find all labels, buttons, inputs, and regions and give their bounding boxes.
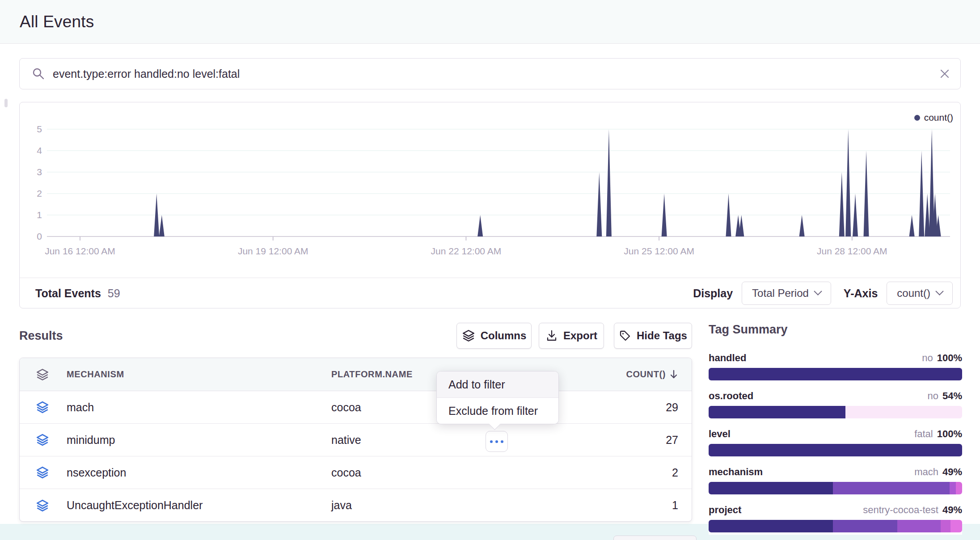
tag-entry-os.rooted: os.rootedno54%	[709, 390, 962, 418]
column-header-platform[interactable]: PLATFORM.NAME	[331, 369, 413, 380]
column-layers-icon	[36, 368, 67, 381]
display-period-select[interactable]: Total Period	[742, 282, 831, 305]
y-axis-tick-label: 1	[37, 210, 42, 220]
layers-icon	[462, 329, 475, 342]
tag-distribution-bar[interactable]	[709, 444, 962, 456]
cell-count: 2	[672, 466, 678, 479]
yaxis-label: Y-Axis	[844, 287, 878, 300]
event-count-spike	[606, 129, 612, 236]
cell-count: 1	[672, 499, 678, 512]
x-axis-tick-label: Jun 25 12:00 AM	[624, 246, 694, 256]
sidebar-collapse-handle[interactable]	[4, 99, 8, 107]
tag-name: level	[709, 428, 914, 440]
ellipsis-icon	[501, 440, 503, 443]
x-axis-tick-label: Jun 16 12:00 AM	[45, 246, 115, 256]
tag-bar-segment[interactable]	[833, 520, 898, 532]
y-axis-tick-label: 2	[37, 188, 42, 198]
cell-mechanism: minidump	[67, 434, 115, 446]
ellipsis-icon	[495, 440, 498, 443]
search-input[interactable]: event.type:error handled:no level:fatal	[53, 68, 240, 80]
cell-mechanism: UncaughtExceptionHandler	[67, 499, 203, 511]
tag-entry-project: projectsentry-cocoa-test49%	[709, 504, 962, 532]
tag-bar-segment[interactable]	[709, 406, 845, 418]
tag-top-value: no	[927, 390, 938, 402]
layers-icon	[36, 466, 67, 479]
tag-bar-segment[interactable]	[956, 482, 962, 494]
download-icon	[545, 329, 558, 342]
y-axis-tick-label: 5	[37, 124, 42, 134]
cell-count: 27	[666, 434, 678, 447]
chevron-down-icon	[935, 287, 943, 295]
table-row[interactable]: nsexceptioncocoa2	[20, 456, 692, 489]
tag-percent: 49%	[942, 504, 962, 516]
tag-bar-segment[interactable]	[950, 482, 956, 494]
column-header-mechanism[interactable]: MECHANISM	[67, 369, 331, 380]
columns-button[interactable]: Columns	[456, 323, 532, 349]
hide-tags-button[interactable]: Hide Tags	[614, 323, 692, 349]
discover-all-events-page: All Events event.type:error handled:no l…	[0, 0, 980, 540]
total-events-label: Total Events	[35, 287, 101, 300]
tag-top-value: no	[922, 352, 933, 364]
tag-distribution-bar[interactable]	[709, 520, 962, 532]
sort-desc-icon	[669, 369, 678, 380]
cell-platform: cocoa	[331, 466, 361, 479]
tag-name: mechanism	[709, 466, 914, 478]
export-button[interactable]: Export	[539, 323, 604, 349]
tag-bar-segment[interactable]	[709, 482, 833, 494]
table-row[interactable]: machcocoa29	[20, 391, 692, 424]
table-header: MECHANISM PLATFORM.NAME COUNT()	[20, 358, 692, 391]
table-row[interactable]: minidumpnative27	[20, 424, 692, 456]
tag-entry-level: levelfatal100%	[709, 428, 962, 456]
tag-distribution-bar[interactable]	[709, 406, 962, 418]
cell-count: 29	[666, 401, 678, 414]
event-count-spike	[159, 215, 165, 236]
tag-entry-mechanism: mechanismmach49%	[709, 466, 962, 494]
search-bar[interactable]: event.type:error handled:no level:fatal	[19, 58, 961, 89]
table-row[interactable]: UncaughtExceptionHandlerjava1	[20, 489, 692, 522]
tag-bar-segment[interactable]	[950, 520, 962, 532]
tag-distribution-bar[interactable]	[709, 368, 962, 380]
tag-percent: 54%	[942, 390, 962, 402]
menu-item-add-to-filter[interactable]: Add to filter	[437, 371, 558, 398]
cell-platform: cocoa	[331, 401, 361, 414]
tag-distribution-bar[interactable]	[709, 482, 962, 494]
results-table: MECHANISM PLATFORM.NAME COUNT() machcoco…	[19, 358, 692, 522]
tag-summary-heading: Tag Summary	[709, 323, 962, 337]
ellipsis-icon	[490, 440, 493, 443]
layers-icon	[36, 433, 67, 447]
page-header: All Events	[0, 0, 980, 44]
yaxis-select[interactable]: count()	[887, 282, 953, 305]
tag-bar-segment[interactable]	[897, 520, 940, 532]
tag-bar-segment[interactable]	[709, 368, 962, 380]
results-heading: Results	[19, 329, 63, 343]
layers-icon	[36, 401, 67, 414]
tag-name: handled	[709, 352, 922, 364]
display-period-value: Total Period	[752, 287, 809, 300]
tag-percent: 100%	[937, 352, 962, 364]
tag-bar-segment[interactable]	[941, 520, 951, 532]
cell-platform: native	[331, 434, 361, 447]
x-axis-tick-label: Jun 28 12:00 AM	[817, 246, 887, 256]
total-events-value: 59	[108, 287, 120, 300]
row-actions-button[interactable]	[486, 431, 508, 452]
y-axis-tick-label: 3	[37, 167, 42, 177]
tag-bar-segment[interactable]	[709, 520, 833, 532]
x-axis-tick-label: Jun 22 12:00 AM	[431, 246, 502, 256]
yaxis-value: count()	[897, 287, 930, 300]
menu-item-exclude-from-filter[interactable]: Exclude from filter	[437, 398, 558, 424]
search-icon	[31, 67, 46, 81]
cell-platform: java	[331, 499, 352, 512]
tag-summary-panel: Tag Summary handledno100%os.rootedno54%l…	[709, 323, 962, 535]
table-body: machcocoa29minidumpnative27nsexceptionco…	[20, 391, 692, 522]
clear-search-icon[interactable]	[939, 59, 950, 89]
tag-top-value: mach	[914, 466, 938, 478]
tag-icon	[619, 329, 631, 342]
pagination-stub[interactable]	[613, 536, 697, 540]
tag-bar-segment[interactable]	[709, 444, 962, 456]
chart-svg: 012345Jun 16 12:00 AMJun 19 12:00 AMJun …	[20, 108, 960, 256]
tag-bar-segment[interactable]	[833, 482, 950, 494]
tag-name: os.rooted	[709, 390, 927, 402]
event-count-spike	[839, 172, 845, 236]
x-axis-tick-label: Jun 19 12:00 AM	[238, 246, 308, 256]
display-label: Display	[693, 287, 733, 300]
